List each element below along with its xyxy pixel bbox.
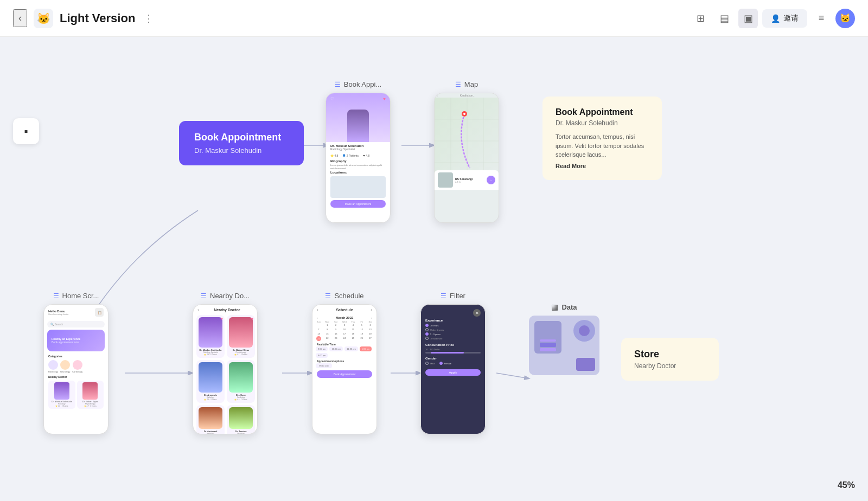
app-logo: 🐱 xyxy=(34,9,53,28)
back-button[interactable]: ‹ xyxy=(13,9,27,27)
data-folder-icon[interactable] xyxy=(529,316,599,375)
more-options-icon[interactable]: ⋮ xyxy=(144,12,154,24)
map-node: ☰ Map ‹ Karditakon... xyxy=(434,80,499,223)
book-appointment-box[interactable]: Book Appointment Dr. Maskur Solehudin xyxy=(179,121,304,165)
left-panel-icon[interactable]: ▪ xyxy=(13,118,39,144)
header: ‹ 🐱 Light Version ⋮ ⊞ ▤ ▣ 👤 邀请 ≡ 🐱 xyxy=(0,0,868,37)
book-appointment-title: Book Appointment xyxy=(194,132,289,143)
list-view-button[interactable]: ▤ xyxy=(714,9,734,28)
book-appi-label: ☰ Book Appi... xyxy=(335,80,381,88)
filter-label: ☰ Filter xyxy=(441,292,465,300)
schedule-phone[interactable]: ‹ Schedule › ‹ March 2022 › Sun Mon Tue … xyxy=(312,304,377,434)
book-appi-phone[interactable]: ♡ ♥ Dr. Maskur Solehudin Radiology Speci… xyxy=(326,93,391,223)
data-node: ▦ Data xyxy=(529,303,599,375)
book-appointment-info-card: Book Appointment Dr. Maskur Solehudin To… xyxy=(542,97,662,180)
nearby-doctor-phone[interactable]: ‹ Nearby Doctor ♥ Dr. Maskur Solehudin R… xyxy=(193,304,258,434)
notes-button[interactable]: ≡ xyxy=(812,9,831,28)
schedule-node: ☰ Schedule ‹ Schedule › ‹ March 2022 › S… xyxy=(312,292,377,434)
data-label: ▦ Data xyxy=(551,303,577,311)
filter-phone[interactable]: ✕ Experience 10 Years Under 5 years 5 - … xyxy=(420,304,486,434)
canvas: ▪ Book Appointment Dr. Maskur Solehudin … xyxy=(0,37,868,501)
svg-point-13 xyxy=(463,113,465,115)
store-card: Store Nearby Doctor xyxy=(621,338,719,381)
grid-view-button[interactable]: ⊞ xyxy=(691,9,710,28)
home-screen-node: ☰ Home Scr... Hello Danu Good morning do… xyxy=(43,292,108,434)
read-more-link[interactable]: Read More xyxy=(556,163,649,169)
book-appointment-subtitle: Dr. Maskur Solehudin xyxy=(194,146,289,155)
invite-person-icon: 👤 xyxy=(771,14,780,23)
invite-button[interactable]: 👤 邀请 xyxy=(762,9,807,28)
home-screen-phone[interactable]: Hello Danu Good morning doctor 📋 🔍 Searc… xyxy=(43,304,108,434)
map-label: ☰ Map xyxy=(455,80,478,88)
filter-node: ☰ Filter ✕ Experience 10 Years Under 5 y… xyxy=(420,292,486,434)
nearby-do-label: ☰ Nearby Do... xyxy=(201,292,250,300)
zoom-indicator: 45% xyxy=(838,480,855,490)
frame-view-button[interactable]: ▣ xyxy=(738,9,758,28)
user-avatar[interactable]: 🐱 xyxy=(835,9,855,28)
book-appointment-node: Book Appointment Dr. Maskur Solehudin xyxy=(179,121,304,165)
book-appi-node: ☰ Book Appi... ♡ ♥ Dr. Maskur Solehudin … xyxy=(326,80,391,223)
header-actions: ⊞ ▤ ▣ 👤 邀请 ≡ 🐱 xyxy=(691,9,855,28)
svg-line-5 xyxy=(496,373,529,378)
app-title: Light Version xyxy=(60,11,135,25)
nearby-doctor-node: ☰ Nearby Do... ‹ Nearby Doctor ♥ Dr. Mas… xyxy=(193,292,258,434)
schedule-label: ☰ Schedule xyxy=(325,292,363,300)
map-phone[interactable]: ‹ Karditakon... xyxy=(434,93,499,223)
home-scr-label: ☰ Home Scr... xyxy=(53,292,99,300)
